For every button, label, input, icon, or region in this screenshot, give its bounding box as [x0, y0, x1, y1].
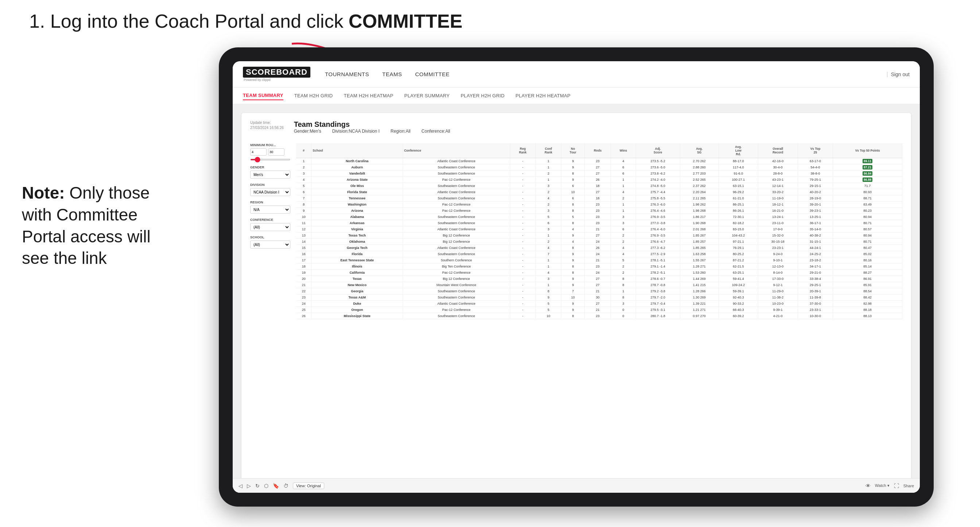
cell-overall: 15-32-0	[758, 233, 798, 239]
cell-avg-sg: 1.90 268	[680, 220, 719, 226]
cell-rank: 14	[296, 239, 312, 245]
cell-rank: 19	[296, 270, 312, 276]
table-row[interactable]: 26 Mississippi State Southeastern Confer…	[296, 313, 902, 319]
nav-teams[interactable]: TEAMS	[382, 70, 402, 79]
table-row[interactable]: 17 East Tennessee State Southern Confere…	[296, 257, 902, 264]
min-rounds-from-input[interactable]	[250, 148, 267, 156]
toolbar-share2-icon[interactable]: ⬡	[264, 483, 269, 489]
table-row[interactable]: 5 Ole Miss Southeastern Conference - 3 6…	[296, 183, 902, 189]
cell-points: 85.02	[833, 251, 902, 257]
table-row[interactable]: 24 Duke Atlantic Coast Conference - 5 9 …	[296, 301, 902, 307]
table-row[interactable]: 13 Texas Tech Big 12 Conference - 1 9 27…	[296, 233, 902, 239]
table-row[interactable]: 3 Vanderbilt Southeastern Conference - 2…	[296, 171, 902, 177]
filter-row: Gender:Men's Division:NCAA Division I Re…	[294, 129, 450, 134]
toolbar-back-icon[interactable]: ◁	[239, 483, 243, 489]
toolbar-bookmark-icon[interactable]: 🔖	[273, 483, 279, 489]
cell-conf: Pac-12 Conference	[402, 208, 510, 214]
school-select[interactable]: (All)	[250, 241, 290, 249]
cell-rank: 4	[296, 177, 312, 183]
cell-overall: 11-19-0	[758, 195, 798, 202]
cell-school: Oklahoma	[312, 239, 403, 245]
cell-conf: Southeastern Conference	[402, 220, 510, 226]
table-row[interactable]: 1 North Carolina Atlantic Coast Conferen…	[296, 158, 902, 164]
table-row[interactable]: 21 New Mexico Mountain West Conference -…	[296, 282, 902, 288]
cell-low-rd: 104-43.2	[719, 233, 758, 239]
cell-no-tour: 9	[561, 282, 585, 288]
region-select[interactable]: N/A	[250, 206, 290, 214]
watch-button[interactable]: Watch ▾	[875, 483, 889, 488]
cell-low-rd: 83-15.0	[719, 226, 758, 233]
cell-overall: 30-15-18	[758, 239, 798, 245]
cell-points: 80.23	[833, 208, 902, 214]
table-row[interactable]: 19 California Pac-12 Conference - 4 8 24…	[296, 270, 902, 276]
cell-reg-rank: -	[510, 239, 535, 245]
table-row[interactable]: 25 Oregon Pac-12 Conference - 5 9 21 0 2…	[296, 307, 902, 313]
ipad-screen: SCOREBOARD Powered by clippd TOURNAMENTS…	[233, 61, 920, 493]
table-row[interactable]: 22 Georgia Southeastern Conference - 8 7…	[296, 288, 902, 294]
min-rounds-slider[interactable]	[250, 159, 290, 160]
table-row[interactable]: 4 Arizona State Pac-12 Conference - 1 9 …	[296, 177, 902, 183]
cell-conf-rank: 2	[536, 189, 561, 195]
table-row[interactable]: 8 Washington Pac-12 Conference - 2 8 23 …	[296, 202, 902, 208]
cell-adj-score: 278.7 -0.8	[636, 282, 680, 288]
view-original-button[interactable]: View: Original	[293, 483, 324, 489]
panel-title: Team Standings	[294, 120, 450, 129]
table-row[interactable]: 2 Auburn Southeastern Conference - 1 9 2…	[296, 164, 902, 171]
cell-conf-rank: 7	[536, 251, 561, 257]
table-row[interactable]: 6 Florida State Atlantic Coast Conferenc…	[296, 189, 902, 195]
division-select[interactable]: NCAA Division I	[250, 188, 290, 196]
nav-divider: |	[886, 71, 888, 78]
cell-school: Oregon	[312, 307, 403, 313]
cell-low-rd: 72-30.1	[719, 214, 758, 220]
table-row[interactable]: 15 Georgia Tech Atlantic Coast Conferenc…	[296, 245, 902, 251]
table-row[interactable]: 23 Texas A&M Southeastern Conference - 9…	[296, 294, 902, 301]
cell-rnds: 27	[585, 233, 611, 239]
table-row[interactable]: 11 Arkansas Southeastern Conference - 6 …	[296, 220, 902, 226]
share-button[interactable]: Share	[904, 484, 914, 488]
cell-school: Arizona	[312, 208, 403, 214]
sub-nav-player-summary[interactable]: PLAYER SUMMARY	[404, 92, 450, 100]
table-row[interactable]: 9 Arizona Pac-12 Conference - 3 8 23 1 2…	[296, 208, 902, 214]
cell-no-tour: 8	[561, 202, 585, 208]
cell-no-tour: 8	[561, 220, 585, 226]
sub-nav-player-h2h-grid[interactable]: PLAYER H2H GRID	[461, 92, 505, 100]
sub-nav-player-h2h-heatmap[interactable]: PLAYER H2H HEATMAP	[515, 92, 570, 100]
gender-select[interactable]: Men's	[250, 171, 290, 179]
table-row[interactable]: 18 Illinois Big Ten Conference - 1 8 23 …	[296, 264, 902, 270]
sub-nav-team-summary[interactable]: TEAM SUMMARY	[243, 91, 283, 100]
toolbar-reload-icon[interactable]: ↻	[255, 483, 260, 489]
cell-rnds: 23	[585, 313, 611, 319]
cell-conf: Mountain West Conference	[402, 282, 510, 288]
gender-label: Gender:	[294, 129, 310, 134]
table-row[interactable]: 12 Virginia Atlantic Coast Conference - …	[296, 226, 902, 233]
table-row[interactable]: 16 Florida Southeastern Conference - 7 9…	[296, 251, 902, 257]
cell-conf-rank: 1	[536, 264, 561, 270]
conference-select[interactable]: (All)	[250, 223, 290, 231]
cell-adj-score: 279.2 -3.8	[636, 288, 680, 294]
cell-conf-rank: 5	[536, 307, 561, 313]
sub-nav-team-h2h-heatmap[interactable]: TEAM H2H HEATMAP	[344, 92, 393, 100]
toolbar-fullscreen-icon[interactable]: ⛶	[894, 483, 899, 489]
table-row[interactable]: 10 Alabama Southeastern Conference - 5 5…	[296, 214, 902, 220]
table-row[interactable]: 20 Texas Big 12 Conference - 3 9 27 8 27…	[296, 276, 902, 282]
cell-record: 38-8-0	[798, 171, 833, 177]
cell-low-rd: 63-15.1	[719, 183, 758, 189]
cell-wins: 5	[611, 257, 636, 264]
table-row[interactable]: 14 Oklahoma Big 12 Conference - 2 4 24 2…	[296, 239, 902, 245]
toolbar-forward-icon[interactable]: ▷	[247, 483, 251, 489]
cell-reg-rank: -	[510, 158, 535, 164]
nav-committee[interactable]: COMMITTEE	[415, 70, 450, 79]
sub-nav-team-h2h-grid[interactable]: TEAM H2H GRID	[294, 92, 333, 100]
update-time-label: Update time:	[250, 121, 271, 125]
cell-overall: 28-8-0	[758, 171, 798, 177]
cell-school: Georgia Tech	[312, 245, 403, 251]
min-rounds-to-input[interactable]	[268, 148, 285, 156]
cell-conf: Pac-12 Conference	[402, 202, 510, 208]
cell-adj-score: 279.5 -3.1	[636, 307, 680, 313]
table-row[interactable]: 7 Tennessee Southeastern Conference - 4 …	[296, 195, 902, 202]
sign-out-link[interactable]: Sign out	[891, 71, 910, 77]
toolbar-timer-icon[interactable]: ⏱	[283, 483, 288, 489]
nav-tournaments[interactable]: TOURNAMENTS	[325, 70, 369, 79]
cell-conf: Southeastern Conference	[402, 183, 510, 189]
cell-rnds: 30	[585, 294, 611, 301]
